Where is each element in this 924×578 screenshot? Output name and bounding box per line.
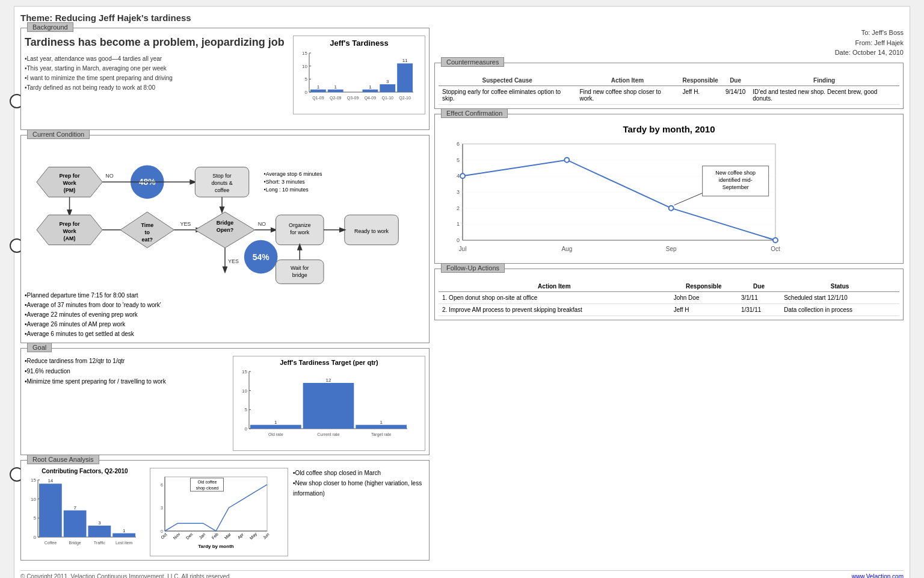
cc-bullets: •Planned departure time 7:15 for 8:00 st…: [25, 291, 425, 339]
svg-text:(PM): (PM): [64, 187, 75, 193]
fu-header: Due: [738, 281, 780, 292]
svg-point-153: [564, 157, 569, 162]
bg-bullet: •I want to minimize the time spent prepa…: [25, 73, 288, 83]
svg-text:Target rate: Target rate: [371, 432, 392, 437]
svg-rect-19: [397, 63, 413, 92]
svg-text:Old rate: Old rate: [268, 432, 283, 437]
flowchart-svg: Prep for Work (PM) Prep for Work (AM): [25, 143, 425, 287]
svg-text:YES: YES: [228, 258, 239, 264]
right-column: To: Jeff's Boss From: Jeff Hajek Date: O…: [434, 28, 904, 565]
svg-text:Lost item: Lost item: [116, 541, 133, 545]
svg-text:Bridge: Bridge: [69, 541, 81, 545]
rca-content: Contributing Factors, Q2-2010 0510151473…: [25, 468, 425, 556]
memo-to: To: Jeff's Boss: [434, 28, 904, 38]
svg-text:10: 10: [302, 64, 307, 69]
svg-text:Prep for: Prep for: [59, 173, 80, 179]
rca-bar-title: Contributing Factors, Q2-2010: [25, 468, 145, 474]
svg-text:1: 1: [457, 221, 460, 227]
memo-area: To: Jeff's Boss From: Jeff Hajek Date: O…: [434, 28, 904, 58]
cc-bullet: •Average 26 minutes of AM prep work: [25, 320, 425, 329]
rca-bar-svg: 05101514731CoffeeBridgeTrafficLost item: [25, 477, 139, 555]
rca-bullet: •New shop closer to home (higher variati…: [293, 478, 425, 499]
rca-bar-chart: Contributing Factors, Q2-2010 0510151473…: [25, 468, 145, 556]
current-condition-content: Prep for Work (PM) Prep for Work (AM): [25, 143, 425, 339]
svg-text:identified mid-: identified mid-: [719, 176, 753, 182]
tardiness-chart-title: Jeff's Tardiness: [296, 39, 422, 48]
svg-text:0: 0: [161, 529, 163, 533]
footer: © Copyright 2011, Velaction Continuous I…: [20, 570, 904, 578]
background-bullets: •Last year, attendance was good—4 tardie…: [25, 54, 288, 93]
svg-point-152: [460, 173, 465, 178]
svg-text:0: 0: [245, 426, 248, 432]
svg-rect-86: [303, 383, 354, 429]
svg-text:1: 1: [274, 420, 277, 425]
memo-from: From: Jeff Hajek: [434, 38, 904, 48]
svg-text:10: 10: [242, 388, 247, 394]
goal-chart-title: Jeff's Tardiness Target (per qtr): [236, 359, 422, 366]
svg-rect-105: [64, 511, 87, 537]
svg-text:eat?: eat?: [142, 237, 153, 243]
svg-text:Bridge: Bridge: [217, 220, 233, 226]
cm-header: Responsible: [679, 75, 721, 86]
fu-action: 2. Improve AM process to prevent skippin…: [439, 303, 670, 315]
cm-row: Stopping early for coffee eliminates opt…: [439, 85, 899, 104]
svg-text:Feb: Feb: [211, 532, 219, 540]
rca-bullets: •Old coffee shop closed in March•New sho…: [293, 468, 425, 556]
svg-text:NO: NO: [258, 221, 266, 227]
cm-cause: Stopping early for coffee eliminates opt…: [439, 85, 576, 104]
background-section: Background Tardiness has become a proble…: [20, 28, 430, 130]
svg-text:(AM): (AM): [64, 235, 76, 241]
fu-status: Data collection in process: [780, 303, 899, 315]
countermeasures-table: Suspected CauseAction ItemResponsibleDue…: [439, 75, 899, 105]
goal-text: •Reduce tardiness from 12/qtr to 1/qtr•9…: [25, 356, 228, 451]
svg-text:to: to: [145, 229, 150, 235]
svg-text:3: 3: [161, 506, 163, 510]
ec-chart-title: Tardy by month, 2010: [439, 124, 899, 134]
cc-bullet: •Average of 37 minutes from door to 'rea…: [25, 300, 425, 310]
bg-bullet: •Tardy defined as not being ready to wor…: [25, 83, 288, 93]
svg-text:•Average stop 6 minutes: •Average stop 6 minutes: [264, 171, 322, 177]
svg-text:Apr: Apr: [236, 532, 245, 540]
svg-text:Current rate: Current rate: [317, 432, 339, 437]
background-content: Tardiness has become a problem, jeopardi…: [25, 36, 425, 114]
countermeasures-label: Countermeasures: [441, 57, 504, 67]
svg-rect-12: [328, 90, 343, 92]
svg-text:Q2-10: Q2-10: [399, 96, 411, 101]
memo-date: Date: October 14, 2010: [434, 48, 904, 58]
footer-website[interactable]: www.Velaction.com: [852, 573, 904, 578]
effect-confirmation-label: Effect Confirmation: [441, 108, 508, 118]
svg-text:Oct: Oct: [771, 246, 780, 252]
svg-text:Time: Time: [141, 222, 153, 228]
countermeasures-section: Countermeasures Suspected CauseAction It…: [434, 63, 904, 109]
rca-line-chart: 036Old coffeeshop closedOctNovDecJanFebM…: [150, 468, 288, 556]
rca-section: Root Cause Analysis Contributing Factors…: [20, 460, 430, 561]
svg-text:2: 2: [457, 205, 460, 211]
svg-text:shop closed: shop closed: [196, 486, 218, 491]
svg-text:Ready to work: Ready to work: [354, 228, 389, 234]
followup-section: Follow-Up Actions Action ItemResponsible…: [434, 269, 904, 320]
svg-text:for work: for work: [290, 229, 309, 235]
svg-text:Nov: Nov: [173, 532, 181, 540]
svg-text:54%: 54%: [253, 252, 270, 262]
svg-text:Q4-09: Q4-09: [365, 96, 377, 101]
tardiness-chart: Jeff's Tardiness 051015111311Q1-09Q2-09Q…: [293, 36, 425, 114]
svg-text:15: 15: [242, 369, 247, 374]
theme-title: Theme: Reducing Jeff Hajek's tardiness: [20, 13, 904, 23]
svg-rect-10: [310, 90, 326, 92]
goal-bullet: •91.6% reduction: [25, 366, 228, 376]
svg-text:NO: NO: [105, 173, 113, 179]
svg-text:10: 10: [31, 497, 36, 502]
svg-text:Tardy by month: Tardy by month: [198, 544, 234, 549]
effect-confirmation-svg: 0123456JulAugSepOctNew coffee shopidenti…: [439, 138, 787, 258]
rca-line-svg: 036Old coffeeshop closedOctNovDecJanFebM…: [153, 471, 273, 549]
svg-text:15: 15: [31, 477, 36, 483]
svg-text:New coffee shop: New coffee shop: [715, 169, 756, 175]
bg-bullet: •Last year, attendance was good—4 tardie…: [25, 54, 288, 64]
svg-rect-109: [112, 533, 135, 537]
svg-text:5: 5: [245, 407, 248, 412]
cc-bullet: •Planned departure time 7:15 for 8:00 st…: [25, 291, 425, 300]
cm-finding: ID'ed and tested new shop. Decent brew, …: [749, 85, 899, 104]
svg-text:0: 0: [34, 535, 37, 540]
svg-text:Organize: Organize: [289, 222, 310, 228]
svg-text:Q1-10: Q1-10: [382, 96, 394, 101]
